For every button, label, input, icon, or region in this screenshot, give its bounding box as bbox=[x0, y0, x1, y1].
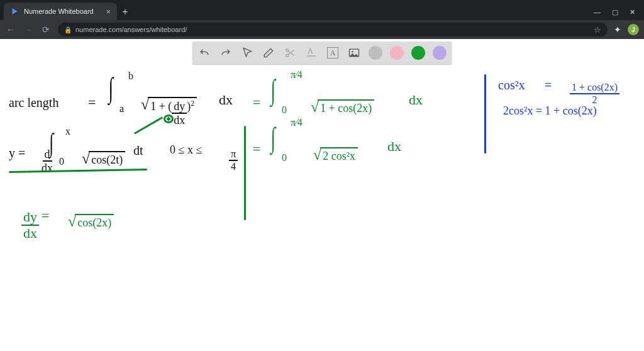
y-equals: y = bbox=[9, 146, 25, 160]
url-text: numerade.com/answers/whiteboard/ bbox=[75, 26, 187, 33]
bookmark-star-icon[interactable]: ☆ bbox=[594, 25, 601, 35]
plus-icon: + bbox=[122, 6, 128, 18]
dy-2: dy bbox=[21, 210, 39, 226]
avatar-initial: J bbox=[631, 26, 635, 33]
integral-4-lower: 0 bbox=[59, 156, 64, 167]
browser-tab-strip: Numerade Whiteboard × + — ▢ ✕ bbox=[0, 0, 644, 20]
divider-1 bbox=[244, 126, 246, 220]
smudge-button bbox=[304, 46, 318, 60]
ident-rhs-num: 1 + cos(2x) bbox=[570, 82, 619, 94]
cos2x-2: cos(2x) bbox=[75, 214, 114, 230]
svg-marker-0 bbox=[13, 8, 18, 14]
scissors-icon bbox=[284, 47, 296, 59]
extensions-icon[interactable]: ✦ bbox=[614, 25, 621, 35]
equals-2: = bbox=[253, 94, 260, 111]
color-green[interactable] bbox=[411, 46, 425, 60]
whiteboard-toolbar: A bbox=[192, 42, 452, 64]
integral-1-lower: a bbox=[119, 103, 124, 114]
divider-2 bbox=[484, 74, 486, 153]
equals-3: = bbox=[253, 141, 260, 157]
equals-5: = bbox=[545, 78, 552, 92]
forward-button: → bbox=[23, 25, 34, 35]
ident-2: 2cos²x = 1 + cos(2x) bbox=[503, 104, 597, 118]
image-icon bbox=[348, 47, 360, 59]
integral-3-upper: π⁄4 bbox=[291, 117, 303, 128]
svg-point-2 bbox=[286, 54, 289, 57]
profile-avatar[interactable]: J bbox=[628, 24, 639, 35]
dy-dx-lhs: dydx bbox=[11, 199, 39, 252]
integral-1-icon: ∫ bbox=[109, 74, 114, 103]
dx-2: dx bbox=[409, 92, 423, 108]
ident-lhs: cos²x bbox=[498, 78, 525, 92]
maximize-button[interactable]: ▢ bbox=[612, 8, 618, 16]
scribble-mark bbox=[164, 114, 174, 123]
reload-button[interactable]: ⟳ bbox=[40, 25, 52, 35]
equals-4: = bbox=[42, 208, 49, 224]
tab-close-icon[interactable]: × bbox=[106, 7, 111, 16]
pointer-button[interactable] bbox=[240, 46, 254, 60]
window-close-button[interactable]: ✕ bbox=[630, 8, 635, 16]
two-cos2x: 2 cos²x bbox=[320, 147, 358, 163]
range-label: 0 ≤ x ≤ bbox=[170, 143, 202, 157]
eraser-icon bbox=[262, 47, 275, 59]
window-controls: — ▢ ✕ bbox=[594, 8, 644, 20]
tab-title: Numerade Whiteboard bbox=[24, 8, 94, 15]
browser-address-bar: ← → ⟳ 🔒 numerade.com/answers/whiteboard/… bbox=[0, 20, 644, 39]
equals-1: = bbox=[88, 94, 96, 111]
integral-3-icon: ∫ bbox=[271, 123, 276, 152]
scissors-button bbox=[283, 46, 297, 60]
url-input[interactable]: 🔒 numerade.com/answers/whiteboard/ ☆ bbox=[58, 23, 608, 36]
color-pink[interactable] bbox=[390, 46, 404, 60]
integral-4-icon: ∫ bbox=[49, 130, 53, 156]
new-tab-button[interactable]: + bbox=[117, 4, 133, 20]
dx-3: dx bbox=[387, 138, 401, 155]
lock-icon: 🔒 bbox=[64, 26, 72, 33]
text-button[interactable]: A bbox=[326, 46, 340, 60]
color-gray[interactable] bbox=[369, 46, 382, 60]
back-button[interactable]: ← bbox=[5, 25, 16, 35]
ident-rhs-den: 2 bbox=[592, 94, 597, 105]
sqrt-2: √1 + cos(2x) bbox=[301, 88, 374, 126]
cos2t: cos(2t) bbox=[89, 151, 125, 167]
smudge-icon bbox=[305, 47, 318, 59]
redo-button[interactable] bbox=[219, 46, 233, 60]
svg-point-1 bbox=[286, 49, 289, 52]
sqrt-3: √2 cos²x bbox=[303, 136, 358, 174]
integral-1-upper: b bbox=[128, 70, 133, 82]
integral-2-lower: 0 bbox=[282, 104, 287, 116]
one-plus-1: 1 + bbox=[150, 100, 165, 113]
dy-1: dy bbox=[172, 101, 187, 114]
color-purple[interactable] bbox=[433, 46, 447, 60]
undo-button[interactable] bbox=[197, 46, 211, 60]
image-button[interactable] bbox=[347, 46, 361, 60]
one-plus-cos2x: 1 + cos(2x) bbox=[318, 99, 374, 115]
minimize-button[interactable]: — bbox=[594, 8, 601, 16]
browser-tab[interactable]: Numerade Whiteboard × bbox=[4, 3, 117, 20]
integral-4-upper: x bbox=[65, 126, 70, 137]
integral-2-icon: ∫ bbox=[271, 75, 276, 104]
whiteboard-canvas[interactable]: A arc length = ∫ b a √1 + (dydx)2 dx = ∫… bbox=[0, 39, 644, 351]
favicon-icon bbox=[10, 7, 19, 16]
redo-icon bbox=[219, 47, 232, 59]
dt: dt bbox=[133, 143, 143, 158]
text-icon: A bbox=[327, 47, 338, 58]
svg-point-4 bbox=[352, 51, 353, 53]
sqrt-5: √cos(2x) bbox=[58, 203, 114, 241]
pointer-icon bbox=[241, 47, 253, 59]
integral-3-lower: 0 bbox=[282, 152, 287, 164]
dx-1: dx bbox=[219, 92, 233, 108]
integral-2-upper: π⁄4 bbox=[291, 69, 303, 81]
eraser-button[interactable] bbox=[262, 46, 275, 60]
dx-den-1: dx bbox=[174, 114, 185, 126]
sq-1: 2 bbox=[191, 99, 194, 108]
dx-den-2: dx bbox=[23, 226, 37, 240]
label-arclength: arc length bbox=[9, 96, 58, 110]
range-pi4: π4 bbox=[219, 137, 238, 183]
undo-icon bbox=[198, 47, 211, 59]
sqrt-4: √cos(2t) bbox=[72, 140, 125, 178]
